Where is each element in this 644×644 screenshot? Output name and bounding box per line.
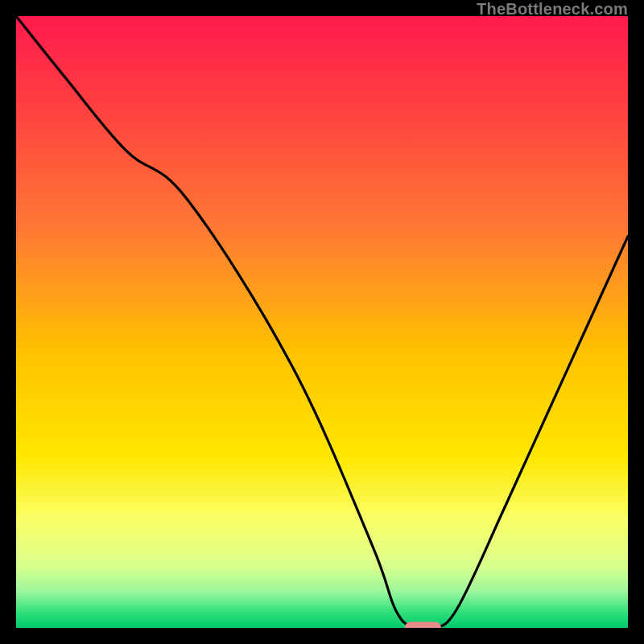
bottleneck-chart [16,16,628,628]
optimal-marker [405,621,442,628]
gradient-background [16,16,628,628]
watermark-text: TheBottleneck.com [477,0,628,19]
plot-area [16,16,628,628]
chart-frame: TheBottleneck.com [0,0,644,644]
